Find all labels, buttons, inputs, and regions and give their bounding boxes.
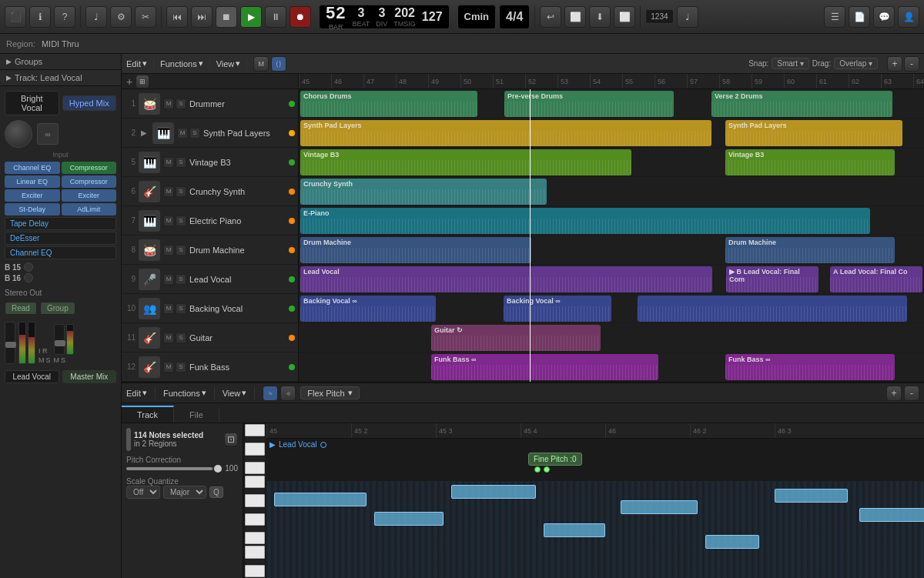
clip[interactable]: Synth Pad Layers <box>725 120 902 146</box>
add-track-btn[interactable]: + <box>126 75 132 88</box>
record-btn[interactable]: ⏺ <box>290 6 311 28</box>
record-dot[interactable] <box>289 159 295 165</box>
record-dot[interactable] <box>289 218 295 224</box>
piano-key-black[interactable] <box>245 526 265 531</box>
clip[interactable]: Lead Vocal <box>300 266 712 292</box>
bus-headphone-icon[interactable] <box>24 262 33 272</box>
mute-btn[interactable]: M <box>163 332 174 343</box>
record-dot[interactable] <box>289 276 295 282</box>
clip[interactable]: Backing Vocal ∞ <box>300 296 436 322</box>
pitch-note[interactable] <box>451 485 536 499</box>
scale-major-dropdown[interactable]: Major <box>163 486 206 499</box>
mixer-btn[interactable]: ⚙ <box>110 6 132 28</box>
metronome-btn[interactable]: ♩ <box>85 6 107 28</box>
list-btn[interactable]: ☰ <box>824 6 845 28</box>
play-btn[interactable]: ▶ <box>240 6 262 28</box>
solo-btn-bottom[interactable]: S <box>46 356 51 364</box>
fader-handle[interactable] <box>5 342 16 348</box>
exciter-2[interactable]: Exciter <box>62 189 117 202</box>
piano-key-black[interactable] <box>245 437 265 442</box>
scale-off-dropdown[interactable]: Off <box>126 486 160 499</box>
clip[interactable]: Funk Bass ∞ <box>431 354 658 380</box>
solo-btn[interactable]: S <box>176 303 186 314</box>
undo-btn[interactable]: ↩ <box>540 6 561 28</box>
st-delay[interactable]: St-Delay <box>5 203 60 215</box>
pitch-note[interactable] <box>859 508 924 522</box>
piano-key-white[interactable] <box>245 513 265 526</box>
record-dot[interactable] <box>289 335 295 341</box>
stereo-link-btn[interactable]: ∞ <box>37 123 59 145</box>
master-fader-handle[interactable] <box>55 340 65 346</box>
track-options-btn[interactable]: ⊞ <box>136 75 149 89</box>
piano-key-black[interactable] <box>245 489 265 493</box>
clip[interactable]: E-Piano <box>300 208 870 234</box>
record-dot[interactable] <box>289 130 295 136</box>
clip[interactable]: Funk Bass ∞ <box>725 354 895 380</box>
view-dropdown[interactable]: View ▾ <box>216 58 241 68</box>
automation-read-btn[interactable]: Read <box>5 302 37 315</box>
scissors-btn[interactable]: ✂ <box>135 6 156 28</box>
solo-btn[interactable]: S <box>176 186 186 197</box>
clip[interactable]: Verse 2 Drums <box>711 91 892 117</box>
tab-track[interactable]: Track <box>122 406 174 423</box>
channel-name[interactable]: Bright Vocal <box>5 91 59 115</box>
pitch-note[interactable] <box>374 512 444 526</box>
help-btn[interactable]: ? <box>54 6 75 28</box>
clip[interactable]: Crunchy Synth <box>300 179 547 205</box>
piano-key-white[interactable] <box>245 443 265 455</box>
mute-btn[interactable]: M <box>177 128 188 139</box>
piano-key-white[interactable] <box>245 565 265 577</box>
record-dot[interactable] <box>289 306 295 312</box>
clip[interactable]: Drum Machine <box>300 237 531 263</box>
key-display[interactable]: Cmin <box>457 5 497 29</box>
save-btn[interactable]: ⬇ <box>589 6 611 28</box>
clip[interactable]: Vintage B3 <box>300 149 631 175</box>
score-btn[interactable]: 📄 <box>849 6 870 28</box>
zoom-in-btn[interactable]: + <box>887 56 902 72</box>
piano-key-white[interactable] <box>245 532 265 544</box>
clip[interactable]: Backing Vocal ∞ <box>504 296 611 322</box>
pitch-note[interactable] <box>544 523 605 537</box>
solo-btn[interactable]: S <box>176 215 186 226</box>
stop-btn[interactable]: ⏹ <box>216 6 237 28</box>
clip[interactable]: Chorus Drums <box>300 91 477 117</box>
midi-btn[interactable]: M <box>253 56 269 72</box>
clip[interactable]: A Lead Vocal: Final Co <box>830 266 922 292</box>
master-fader-track[interactable] <box>54 324 65 355</box>
editor-functions-dropdown[interactable]: Functions ▾ <box>163 388 206 398</box>
zoom-out-btn[interactable]: - <box>904 56 919 72</box>
editor-zoom-in[interactable]: + <box>886 386 902 401</box>
solo-btn[interactable]: S <box>176 362 186 373</box>
piano-key-black[interactable] <box>245 560 265 564</box>
group-btn[interactable]: Group <box>40 302 75 315</box>
piano-key-black[interactable] <box>245 456 265 461</box>
editor-tool-btn[interactable]: ⟐ <box>280 386 296 401</box>
piano-key-black[interactable] <box>245 508 265 513</box>
pitch-note[interactable] <box>775 489 848 503</box>
solo-btn[interactable]: S <box>176 99 186 109</box>
slider-track[interactable] <box>126 467 222 470</box>
channel-eq-1[interactable]: Channel EQ <box>5 162 60 174</box>
clip[interactable]: Guitar ↻ <box>431 325 601 351</box>
chat-btn[interactable]: 💬 <box>873 6 895 28</box>
solo-btn[interactable]: S <box>176 245 186 256</box>
quantize-btn[interactable]: Q <box>209 486 223 498</box>
flex-pitch-dropdown[interactable]: Flex Pitch ▾ <box>300 386 359 399</box>
pitch-note[interactable] <box>621 500 698 514</box>
channel-eq-2[interactable]: Channel EQ <box>5 246 116 259</box>
tape-delay[interactable]: Tape Delay <box>5 217 116 230</box>
export-btn[interactable]: ⬜ <box>614 6 635 28</box>
pitch-correction-slider[interactable]: 100 <box>126 464 238 473</box>
pitch-note[interactable] <box>705 535 759 549</box>
snap-value[interactable]: Smart ▾ <box>772 58 808 69</box>
clip[interactable]: Drum Machine <box>725 237 895 263</box>
hyped-mix[interactable]: Hyped Mix <box>62 95 117 111</box>
track-section-header[interactable]: ▶ Track: Lead Vocal <box>0 70 121 86</box>
piano-key-c3[interactable]: C3 <box>245 546 265 558</box>
track-name-bottom[interactable]: Lead Vocal <box>5 370 59 383</box>
drag-value[interactable]: Overlap ▾ <box>834 58 878 69</box>
clip[interactable] <box>638 296 907 322</box>
pause-btn[interactable]: ⏸ <box>265 6 286 28</box>
channel-knob[interactable] <box>5 120 32 148</box>
info-btn[interactable]: ℹ <box>29 6 51 28</box>
